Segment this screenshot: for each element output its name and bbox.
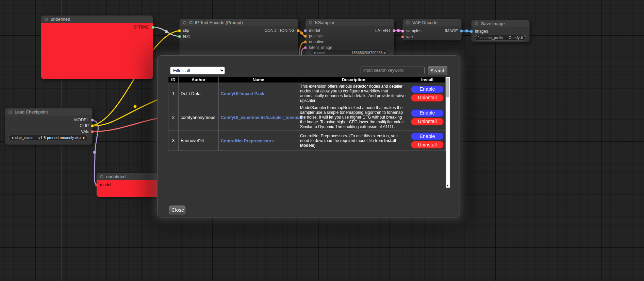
slot-dot[interactable] <box>401 35 404 38</box>
widget-label: ckpt_name <box>15 136 33 140</box>
link-conditioning-dot <box>300 32 303 35</box>
extension-link[interactable]: ControlNet Preprocessors <box>221 139 274 143</box>
filter-select[interactable]: Filter: all <box>170 67 225 74</box>
cell-description: This extension offers various detector n… <box>298 83 409 104</box>
output-slot-model[interactable]: MODEL <box>74 118 92 122</box>
node-header[interactable]: Save Image <box>471 20 530 27</box>
extension-row: 3Fannovel16ControlNet PreprocessorsContr… <box>168 130 446 151</box>
uninstall-button[interactable]: Uninstall <box>411 141 444 148</box>
decrement-icon[interactable]: ◀ <box>313 51 315 54</box>
collapse-icon[interactable] <box>183 21 186 24</box>
increment-icon[interactable]: ▶ <box>384 51 386 54</box>
node-header[interactable]: undefined <box>41 15 153 23</box>
input-slot-text[interactable]: text <box>180 34 189 38</box>
input-slot-latent-image[interactable]: latent_image <box>306 46 332 50</box>
enable-button[interactable]: Enable <box>411 86 444 93</box>
input-slot-vae[interactable]: vae <box>403 35 413 39</box>
slot-dot[interactable] <box>304 29 307 32</box>
node-load-checkpoint[interactable]: Load Checkpoint MODEL CLIP VAE ◀ ckpt_na… <box>5 108 93 145</box>
increment-icon[interactable]: ▶ <box>83 136 85 139</box>
slot-dot[interactable] <box>91 130 94 133</box>
table-scrollbar[interactable]: ▼ <box>446 77 450 188</box>
slot-dot[interactable] <box>178 29 181 32</box>
slot-dot[interactable] <box>95 183 98 187</box>
scrollbar-thumb[interactable] <box>446 78 449 98</box>
slot-dot[interactable] <box>401 30 404 33</box>
slot-dot[interactable] <box>304 40 307 43</box>
ckpt-name-widget[interactable]: ◀ ckpt_name v1-5-pruned-emaonly.ckpt ▶ <box>9 135 88 140</box>
slot-dot[interactable] <box>178 35 181 38</box>
search-input[interactable] <box>361 67 425 74</box>
collapse-icon[interactable] <box>45 18 48 21</box>
output-slot-vae[interactable]: VAE <box>81 129 92 134</box>
node-title: undefined <box>106 174 126 179</box>
slot-label: positive <box>309 34 323 38</box>
cell-name: ControlNet Preprocessors <box>219 130 298 151</box>
slot-dot[interactable] <box>470 30 473 33</box>
enable-button[interactable]: Enable <box>411 109 444 117</box>
graph-canvas[interactable]: undefined STRING CLIP Text Encode (Promp… <box>0 0 644 281</box>
node-clip-text-encode[interactable]: CLIP Text Encode (Prompt) clip text COND… <box>179 19 298 56</box>
seed-widget[interactable]: ◀ seed 156680208700286 ▶ <box>311 50 389 55</box>
collapse-icon[interactable] <box>475 22 478 25</box>
close-button[interactable]: Close <box>169 206 185 214</box>
node-title: KSampler <box>315 20 334 25</box>
node-undefined-top[interactable]: undefined STRING <box>41 15 153 79</box>
node-ksampler[interactable]: KSampler model positive negative latent_… <box>305 19 394 57</box>
output-slot-latent[interactable]: LATENT <box>375 29 394 33</box>
uninstall-button[interactable]: Uninstall <box>411 94 444 102</box>
output-slot-clip[interactable]: CLIP <box>80 124 92 128</box>
slot-dot[interactable] <box>393 29 396 32</box>
slot-dot[interactable] <box>304 46 307 49</box>
slot-dot[interactable] <box>304 35 307 38</box>
widget-label: filename_prefix <box>478 36 503 40</box>
slot-dot[interactable] <box>91 119 94 122</box>
slot-label: images <box>475 29 488 34</box>
slot-dot[interactable] <box>297 29 300 32</box>
node-body: clip text CONDITIONING <box>179 26 298 56</box>
node-title: VAE Decode <box>412 20 437 25</box>
output-slot-image[interactable]: IMAGE <box>445 29 461 33</box>
input-slot-clip[interactable]: clip <box>180 29 189 33</box>
collapse-icon[interactable] <box>100 175 103 178</box>
input-slot-positive[interactable]: positive <box>306 34 323 38</box>
filename-prefix-widget[interactable]: filename_prefix ComfyUI <box>475 35 526 40</box>
scroll-down-icon[interactable]: ▼ <box>446 183 450 188</box>
node-header[interactable]: CLIP Text Encode (Prompt) <box>179 19 298 26</box>
decrement-icon[interactable]: ◀ <box>11 136 13 139</box>
cell-id: 2 <box>168 104 179 130</box>
search-button[interactable]: Search <box>428 66 447 75</box>
slot-label: negative <box>309 39 324 44</box>
output-slot-string[interactable]: STRING <box>134 25 153 29</box>
input-slot-samples[interactable]: samples <box>403 29 422 33</box>
node-header[interactable]: Load Checkpoint <box>5 108 93 116</box>
node-header[interactable]: VAE Decode <box>402 19 462 26</box>
extension-link[interactable]: ComfyUI Impact Pack <box>221 91 264 96</box>
collapse-icon[interactable] <box>9 110 12 114</box>
input-slot-model[interactable]: model <box>306 29 320 33</box>
node-vae-decode[interactable]: VAE Decode samples vae IMAGE <box>402 19 462 40</box>
collapse-icon[interactable] <box>406 21 410 24</box>
header-install: Install <box>409 77 446 83</box>
extension-link[interactable]: ComfyUI_experiments/sampler_tonemap <box>221 115 303 120</box>
canvas-axis-horizontal <box>0 3 644 3</box>
slot-dot[interactable] <box>151 26 154 29</box>
input-slot-negative[interactable]: negative <box>306 40 324 44</box>
slot-dot[interactable] <box>91 124 94 127</box>
cell-install: EnableUninstall <box>409 130 446 151</box>
slot-label: MODEL <box>74 118 89 122</box>
enable-button[interactable]: Enable <box>411 133 444 140</box>
link-vae-wire <box>90 117 167 131</box>
slot-label: IMAGE <box>445 29 458 33</box>
uninstall-button[interactable]: Uninstall <box>411 118 444 125</box>
node-save-image[interactable]: Save Image images filename_prefix ComfyU… <box>471 20 530 42</box>
input-slot-images[interactable]: images <box>472 29 488 33</box>
input-slot-model[interactable]: model <box>97 183 111 187</box>
output-slot-conditioning[interactable]: CONDITIONING <box>264 29 298 33</box>
node-title: CLIP Text Encode (Prompt) <box>189 20 243 25</box>
slot-dot[interactable] <box>460 30 463 33</box>
cell-description: ModelSamplerTonemapNoiseTest a node that… <box>298 104 409 130</box>
node-header[interactable]: KSampler <box>305 19 394 26</box>
widget-value: ComfyUI <box>509 36 523 40</box>
collapse-icon[interactable] <box>309 21 312 24</box>
